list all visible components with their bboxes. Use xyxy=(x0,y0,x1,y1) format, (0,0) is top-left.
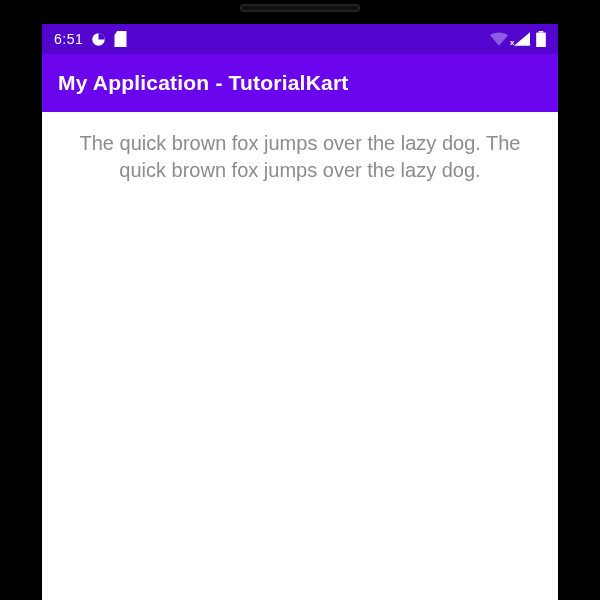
app-title: My Application - TutorialKart xyxy=(58,71,348,95)
signal-x-badge: x xyxy=(510,38,514,47)
device-speaker xyxy=(240,4,360,12)
signal-icon: x xyxy=(514,32,530,46)
app-bar: My Application - TutorialKart xyxy=(42,54,558,112)
content-area: The quick brown fox jumps over the lazy … xyxy=(42,112,558,600)
svg-rect-2 xyxy=(539,31,544,33)
wifi-icon xyxy=(490,32,508,46)
device-frame: 6:51 xyxy=(0,0,600,600)
status-right: x xyxy=(490,31,546,47)
device-screen: 6:51 xyxy=(42,24,558,600)
svg-rect-1 xyxy=(536,33,546,47)
status-left: 6:51 xyxy=(54,31,127,47)
status-clock: 6:51 xyxy=(54,31,83,47)
battery-icon xyxy=(536,31,546,47)
body-text: The quick brown fox jumps over the lazy … xyxy=(64,130,536,184)
status-bar: 6:51 xyxy=(42,24,558,54)
sd-card-icon xyxy=(114,31,127,47)
pie-icon xyxy=(91,32,106,47)
